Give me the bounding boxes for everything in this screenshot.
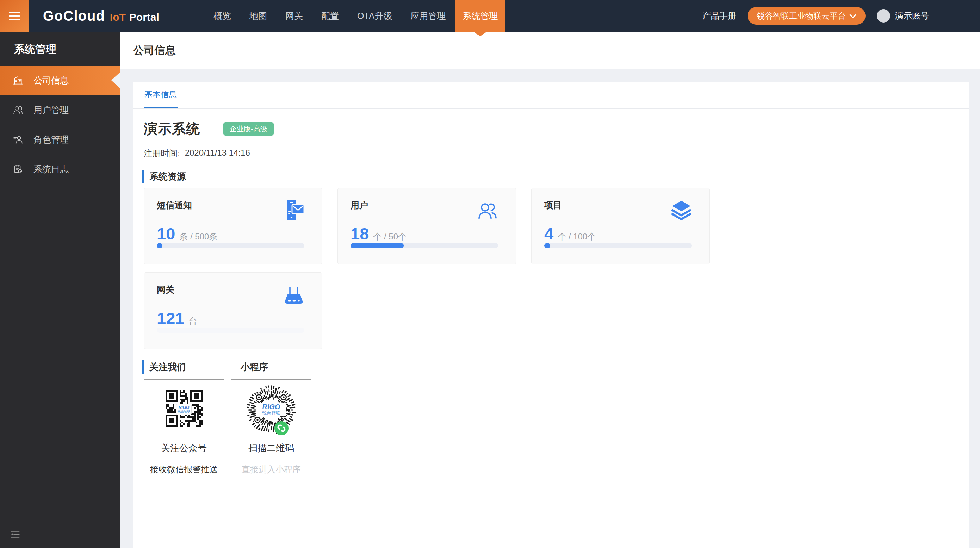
resource-card-sms: 短信通知 10 条 / 500条 — [144, 188, 322, 264]
resources-section-title: 系统资源 — [150, 170, 186, 183]
resource-label: 网关 — [157, 284, 174, 295]
nav-item-gateway[interactable]: 网关 — [276, 0, 312, 32]
nav-item-overview[interactable]: 概览 — [204, 0, 240, 32]
sms-icon — [283, 199, 305, 222]
register-time-value: 2020/11/13 14:16 — [185, 148, 250, 159]
nav-right-group: 产品手册 锐谷智联工业物联云平台 演示账号 — [702, 7, 980, 25]
mini-program-section-header: 小程序 — [231, 360, 268, 374]
resource-value: 18 — [350, 224, 369, 243]
building-icon — [13, 75, 23, 86]
tabs-bar: 基本信息 — [133, 82, 969, 109]
progress-fill — [544, 243, 550, 248]
mini-program-qr-card: RIGO 锐合智联 扫描二维码 直接进入小程序 — [231, 379, 312, 490]
resource-value: 4 — [544, 224, 554, 243]
qr-subcaption: 接收微信报警推送 — [144, 464, 224, 475]
resources-section-header: 系统资源 — [144, 170, 958, 183]
progress-track — [157, 243, 304, 248]
qr-subcaption: 直接进入小程序 — [231, 464, 311, 475]
sidebar-item-label: 用户管理 — [33, 104, 69, 116]
resource-label: 用户 — [350, 199, 368, 211]
page-header: 公司信息 — [120, 32, 980, 69]
tab-basic-info[interactable]: 基本信息 — [144, 82, 178, 108]
sidebar-item-label: 公司信息 — [33, 75, 69, 86]
tenant-label: 锐谷智联工业物联云平台 — [757, 11, 846, 21]
logo-brand: GoCloud — [43, 8, 105, 24]
top-navbar: GoCloud IoT Portal 概览 地图 网关 配置 OTA升级 应用管… — [0, 0, 980, 32]
users-icon — [476, 199, 499, 222]
resource-card-projects: 项目 4 个 / 100个 — [531, 188, 710, 264]
resource-value: 10 — [157, 224, 175, 243]
resource-card-gateways: 网关 121 台 — [144, 272, 322, 349]
rigo-logo: RIGO 锐合智联 — [256, 403, 286, 416]
resource-card-users: 用户 18 个 / 50个 — [337, 188, 516, 264]
plan-badge: 企业版-高级 — [223, 122, 274, 136]
resource-label: 项目 — [544, 199, 562, 211]
section-accent-bar — [142, 170, 145, 183]
section-accent-bar — [142, 360, 145, 374]
app-logo[interactable]: GoCloud IoT Portal — [43, 8, 159, 24]
resources-grid: 短信通知 10 条 / 500条 — [144, 188, 710, 349]
sidebar-collapse-icon[interactable] — [9, 528, 21, 540]
page-title: 公司信息 — [133, 43, 175, 58]
nav-item-ota[interactable]: OTA升级 — [348, 0, 402, 32]
main-nav: 概览 地图 网关 配置 OTA升级 应用管理 系统管理 — [204, 0, 506, 32]
sidebar: 系统管理 公司信息 用户管理 角色管理 — [0, 32, 120, 548]
follow-us-title: 关注我们 — [150, 361, 186, 373]
sidebar-item-company-info[interactable]: 公司信息 — [0, 65, 120, 95]
log-icon — [13, 164, 23, 174]
nav-item-map[interactable]: 地图 — [240, 0, 276, 32]
sidebar-item-role-management[interactable]: 角色管理 — [0, 125, 120, 154]
progress-fill — [157, 243, 162, 248]
rigo-logo: RIGO 锐合智联 — [176, 403, 192, 415]
resource-value: 121 — [157, 308, 184, 328]
resource-quota: 台 — [188, 316, 197, 327]
logo-iot: IoT — [110, 11, 126, 23]
gocloud-iot-portal: GoCloud IoT Portal 概览 地图 网关 配置 OTA升级 应用管… — [0, 0, 980, 548]
company-name: 演示系统 — [144, 119, 200, 138]
resource-quota: 个 / 100个 — [558, 231, 596, 242]
sidebar-item-label: 系统日志 — [33, 164, 69, 175]
chevron-down-icon — [849, 11, 856, 18]
card-body: 演示系统 企业版-高级 注册时间: 2020/11/13 14:16 系统资源 … — [133, 119, 969, 490]
sidebar-item-label: 角色管理 — [33, 134, 69, 145]
product-manual-link[interactable]: 产品手册 — [702, 10, 736, 21]
tenant-selector[interactable]: 锐谷智联工业物联云平台 — [748, 7, 865, 25]
sidebar-item-system-log[interactable]: 系统日志 — [0, 154, 120, 184]
sidebar-item-user-management[interactable]: 用户管理 — [0, 95, 120, 125]
logo-portal: Portal — [129, 11, 159, 23]
register-time: 注册时间: 2020/11/13 14:16 — [144, 148, 958, 159]
company-info-card: 基本信息 演示系统 企业版-高级 注册时间: 2020/11/13 14:16 … — [133, 82, 969, 548]
register-time-label: 注册时间: — [144, 148, 180, 159]
layers-icon — [670, 199, 692, 222]
follow-us-section-header: 关注我们 — [144, 360, 231, 374]
resource-quota: 条 / 500条 — [179, 231, 217, 242]
gateway-icon — [283, 284, 305, 307]
progress-fill — [350, 243, 404, 248]
qr-caption: 扫描二维码 — [231, 442, 311, 454]
progress-track — [544, 243, 692, 248]
nav-item-apps[interactable]: 应用管理 — [401, 0, 455, 32]
user-menu[interactable]: 演示账号 — [877, 9, 929, 22]
nav-item-config[interactable]: 配置 — [312, 0, 348, 32]
resource-label: 短信通知 — [157, 199, 192, 211]
progress-track — [157, 327, 304, 333]
progress-track — [350, 243, 498, 248]
qr-caption: 关注公众号 — [144, 442, 224, 454]
account-name: 演示账号 — [895, 10, 929, 21]
role-icon — [13, 134, 23, 145]
users-icon — [13, 105, 23, 115]
avatar — [877, 9, 890, 22]
sidebar-title: 系统管理 — [0, 32, 120, 65]
nav-item-system-admin[interactable]: 系统管理 — [455, 0, 506, 32]
official-account-qr-card: RIGO 锐合智联 关注公众号 接收微信报警推送 — [144, 379, 224, 490]
hamburger-menu-icon[interactable] — [0, 0, 29, 32]
content-area: 公司信息 基本信息 演示系统 企业版-高级 注册时间: 2020/11/13 1… — [120, 32, 980, 548]
resource-quota: 个 / 50个 — [373, 231, 407, 242]
mini-program-title: 小程序 — [240, 361, 268, 373]
